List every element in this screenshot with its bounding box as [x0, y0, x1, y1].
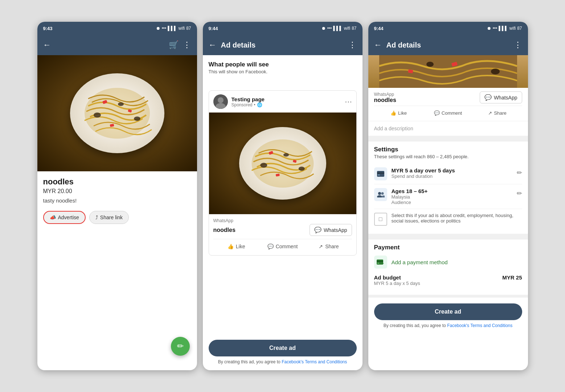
svg-point-15 — [298, 167, 304, 171]
more-options-icon[interactable]: ⋮ — [348, 40, 357, 50]
svg-point-16 — [283, 153, 288, 157]
comment-label: Comment — [442, 110, 462, 116]
svg-point-0 — [85, 88, 150, 139]
whatsapp-icon: 💬 — [314, 226, 322, 233]
screen2-scroll-area[interactable]: What people will see This will show on F… — [203, 55, 363, 334]
screen1-time: 9:43 — [43, 26, 53, 31]
terms-prefix: By creating this ad, you agree to — [218, 359, 282, 364]
settings-section: Settings These settings will reach 860 –… — [368, 142, 528, 237]
payment-card-icon: + — [377, 259, 385, 265]
terms-text-s3: By creating this ad, you agree to Facebo… — [374, 323, 522, 328]
screen2-status-icons: ⏺ ••• ▌▌▌ wifi 87 — [322, 26, 357, 31]
edit-fab[interactable]: ✏ — [171, 337, 190, 356]
ad-brand: WhatsApp — [213, 218, 352, 223]
megaphone-icon: 📣 — [50, 215, 56, 220]
back-button[interactable]: ← — [374, 40, 382, 50]
wa-brand: WhatsApp — [374, 92, 396, 97]
audience-sub: Audience — [392, 200, 512, 205]
advertise-label: Advertise — [58, 215, 79, 220]
settings-subtitle: These settings will reach 860 – 2,485 pe… — [374, 154, 522, 159]
preview-section-subtitle: This will show on Facebook. — [209, 69, 357, 74]
back-button[interactable]: ← — [209, 40, 217, 50]
special-category-info: Select this if your ad is about credit, … — [392, 213, 522, 224]
ad-noodle-plate — [239, 127, 326, 200]
svg-point-6 — [118, 102, 124, 106]
terms-link-s3[interactable]: Facebook's Terms and Conditions — [447, 323, 512, 328]
divider3 — [368, 295, 528, 298]
svg-point-10 — [251, 139, 314, 188]
add-payment-row: + Add a payment method — [374, 256, 522, 269]
divider2 — [368, 237, 528, 240]
back-button[interactable]: ← — [43, 40, 51, 50]
screen2-phone: 9:44 ⏺ ••• ▌▌▌ wifi 87 ← Ad details ⋮ Wh… — [203, 22, 363, 370]
divider1 — [368, 139, 528, 142]
wa-comment-button[interactable]: 💬 Comment — [423, 109, 473, 117]
comment-button[interactable]: 💬 Comment — [259, 241, 306, 252]
checkbox-icon[interactable]: □ — [374, 213, 387, 226]
product-actions: 📣 Advertise ⤴ Share link — [43, 211, 191, 224]
screen1-body: noodles MYR 20.00 tasty noodles! 📣 Adver… — [37, 55, 197, 370]
svg-rect-31 — [377, 263, 379, 264]
ad-noodle-svg — [248, 135, 317, 192]
screen3-header: ← Ad details ⋮ — [368, 35, 528, 55]
create-ad-button[interactable]: Create ad — [209, 340, 357, 356]
budget-amount: MYR 25 — [502, 274, 522, 281]
whatsapp-cta-button[interactable]: 💬 WhatsApp — [310, 224, 352, 236]
payment-title: Payment — [374, 244, 522, 251]
spacer — [203, 261, 363, 272]
whatsapp-icon: 💬 — [484, 94, 492, 101]
budget-info: Ad budget MYR 5 a day x 5 days — [374, 274, 420, 286]
screen3-scroll-area[interactable]: WhatsApp noodles 💬 WhatsApp 👍 Like 💬 — [368, 55, 528, 370]
screen2-header: ← Ad details ⋮ — [203, 35, 363, 55]
more-options-icon[interactable]: ⋮ — [183, 40, 191, 50]
screen1-status-bar: 9:43 ⏺ ••• ▌▌▌ wifi 87 — [37, 22, 197, 35]
screen2-title: Ad details — [221, 41, 344, 49]
svg-point-28 — [382, 196, 385, 198]
add-payment-button[interactable]: Add a payment method — [392, 259, 448, 265]
screen3-title: Ad details — [386, 41, 509, 49]
budget-sub: MYR 5 a day x 5 days — [374, 281, 420, 286]
special-category-label: Select this if your ad is about credit, … — [392, 213, 522, 224]
settings-title: Settings — [374, 146, 522, 153]
ad-product-name: noodles — [213, 227, 236, 233]
noodle-background — [37, 55, 197, 171]
wa-share-button[interactable]: ↗ Share — [473, 109, 522, 117]
wa-like-button[interactable]: 👍 Like — [374, 109, 423, 117]
share-icon: ⤴ — [95, 215, 98, 220]
avatar-image — [213, 94, 228, 109]
svg-point-4 — [94, 113, 101, 118]
comment-icon: 💬 — [434, 110, 440, 116]
spend-edit-button[interactable]: ✏ — [517, 167, 522, 177]
like-button[interactable]: 👍 Like — [213, 241, 259, 252]
terms-link[interactable]: Facebook's Terms and Conditions — [282, 359, 347, 364]
more-options-icon[interactable]: ⋮ — [514, 40, 522, 50]
more-icon: ••• — [327, 26, 332, 31]
page-avatar — [213, 94, 228, 109]
description-section: Add a description — [368, 121, 528, 139]
terms-text: By creating this ad, you agree to Facebo… — [209, 359, 357, 364]
share-button[interactable]: ↗ Share — [306, 241, 352, 252]
create-ad-button-s3[interactable]: Create ad — [374, 303, 522, 320]
cart-icon[interactable]: 🛒 — [169, 40, 179, 50]
like-label: Like — [236, 244, 245, 249]
terms-prefix-s3: By creating this ad, you agree to — [384, 323, 447, 328]
top-image-strip — [368, 55, 528, 88]
screen3-time: 9:44 — [374, 26, 384, 31]
globe-icon: 🌐 — [257, 102, 262, 107]
wifi-icon: wifi — [179, 26, 185, 31]
audience-row: Ages 18 – 65+ Malaysia Audience ✏ — [374, 184, 522, 209]
comment-label: Comment — [276, 244, 298, 249]
special-category-row: □ Select this if your ad is about credit… — [374, 209, 522, 229]
audience-edit-button[interactable]: ✏ — [517, 188, 522, 197]
ad-preview-header: Testing page Sponsored • 🌐 ⋯ — [209, 91, 356, 113]
sponsored-label: Sponsored — [232, 102, 253, 107]
screen3-status-icons: ⏺ ••• ▌▌▌ wifi 87 — [487, 26, 522, 31]
advertise-button[interactable]: 📣 Advertise — [43, 211, 86, 224]
more-icon: ••• — [493, 26, 498, 31]
share-link-button[interactable]: ⤴ Share link — [89, 211, 129, 224]
description-placeholder[interactable]: Add a description — [374, 126, 522, 131]
screen3-status-bar: 9:44 ⏺ ••• ▌▌▌ wifi 87 — [368, 22, 528, 35]
wa-whatsapp-button[interactable]: 💬 WhatsApp — [480, 91, 522, 103]
ad-more-options[interactable]: ⋯ — [345, 97, 352, 106]
screen2-status-bar: 9:44 ⏺ ••• ▌▌▌ wifi 87 — [203, 22, 363, 35]
